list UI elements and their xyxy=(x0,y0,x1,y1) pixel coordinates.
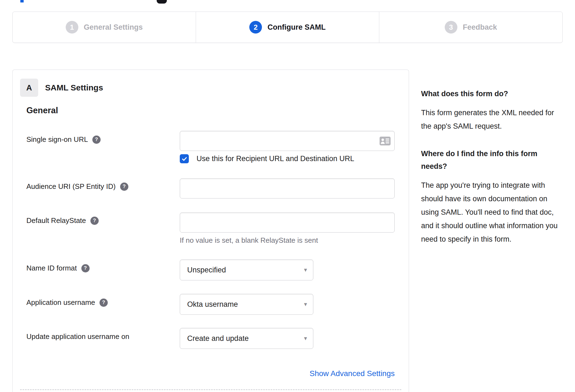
audience-uri-label-text: Audience URI (SP Entity ID) xyxy=(26,182,116,191)
step-2-label: Configure SAML xyxy=(267,23,325,32)
step-3-label: Feedback xyxy=(463,23,497,32)
step-1-label: General Settings xyxy=(84,23,143,32)
name-id-format-selected-value: Unspecified xyxy=(187,266,226,274)
application-username-label: Application username ? xyxy=(26,298,108,307)
single-sign-on-url-label: Single sign-on URL ? xyxy=(26,135,101,144)
application-username-selected-value: Okta username xyxy=(187,300,238,309)
default-relaystate-field-wrap xyxy=(180,212,395,233)
wizard-stepper: 1 General Settings 2 Configure SAML 3 Fe… xyxy=(12,12,563,43)
recipient-url-checkbox-row: Use this for Recipient URL and Destinati… xyxy=(180,154,354,163)
help-question-1: What does this form do? xyxy=(421,87,560,100)
advanced-settings-row: Show Advanced Settings xyxy=(180,369,395,378)
use-for-recipient-url-checkbox-label: Use this for Recipient URL and Destinati… xyxy=(197,154,354,163)
show-advanced-settings-link[interactable]: Show Advanced Settings xyxy=(309,369,395,378)
single-sign-on-url-field-wrap xyxy=(180,131,395,151)
section-dashed-divider xyxy=(20,389,401,390)
help-icon[interactable]: ? xyxy=(81,264,90,272)
chevron-down-icon: ▾ xyxy=(304,301,307,308)
help-answer-2: The app you're trying to integrate with … xyxy=(421,179,560,246)
audience-uri-input[interactable] xyxy=(180,178,395,198)
name-id-format-label: Name ID format ? xyxy=(26,264,90,272)
help-sidebar: What does this form do? This form genera… xyxy=(421,87,560,260)
name-id-format-label-text: Name ID format xyxy=(26,264,77,272)
step-1-number-badge: 1 xyxy=(66,21,78,34)
relaystate-hint: If no value is set, a blank RelayState i… xyxy=(180,236,318,245)
help-icon[interactable]: ? xyxy=(90,217,99,225)
autofill-contact-icon[interactable] xyxy=(379,136,391,146)
default-relaystate-input[interactable] xyxy=(180,212,395,233)
name-id-format-select[interactable]: Unspecified ▾ xyxy=(180,260,313,280)
default-relaystate-label: Default RelayState ? xyxy=(26,216,99,225)
help-icon[interactable]: ? xyxy=(99,299,108,307)
application-username-label-text: Application username xyxy=(26,298,95,307)
help-question-2: Where do I find the info this form needs… xyxy=(421,147,560,173)
check-icon xyxy=(181,156,187,162)
single-sign-on-url-label-text: Single sign-on URL xyxy=(26,135,88,144)
step-3-number-badge: 3 xyxy=(445,21,457,34)
update-application-username-label: Update application username on xyxy=(26,332,129,341)
help-icon[interactable]: ? xyxy=(92,136,101,144)
default-relaystate-label-text: Default RelayState xyxy=(26,216,86,225)
update-application-username-select[interactable]: Create and update ▾ xyxy=(180,328,313,349)
configure-saml-page: 1 General Settings 2 Configure SAML 3 Fe… xyxy=(0,0,575,392)
audience-uri-field-wrap xyxy=(180,178,395,198)
help-answer-1: This form generates the XML needed for t… xyxy=(421,106,560,133)
panel-title: SAML Settings xyxy=(45,83,103,92)
saml-settings-panel: A SAML Settings General Single sign-on U… xyxy=(12,70,409,392)
cropped-app-logo-fragment xyxy=(157,0,167,4)
use-for-recipient-url-checkbox[interactable] xyxy=(180,154,189,163)
cropped-header-fragment-blue xyxy=(20,0,24,2)
step-feedback[interactable]: 3 Feedback xyxy=(379,12,562,43)
update-application-username-selected-value: Create and update xyxy=(187,334,249,343)
help-icon[interactable]: ? xyxy=(120,183,128,191)
step-2-number-badge: 2 xyxy=(249,21,262,34)
chevron-down-icon: ▾ xyxy=(304,335,307,342)
audience-uri-label: Audience URI (SP Entity ID) ? xyxy=(26,182,128,191)
general-section-title: General xyxy=(26,106,58,115)
step-general-settings[interactable]: 1 General Settings xyxy=(13,12,196,43)
update-application-username-label-text: Update application username on xyxy=(26,332,129,341)
chevron-down-icon: ▾ xyxy=(304,266,307,274)
step-configure-saml[interactable]: 2 Configure SAML xyxy=(196,12,379,43)
section-a-badge: A xyxy=(20,79,38,97)
application-username-select[interactable]: Okta username ▾ xyxy=(180,294,313,315)
single-sign-on-url-input[interactable] xyxy=(180,131,395,151)
